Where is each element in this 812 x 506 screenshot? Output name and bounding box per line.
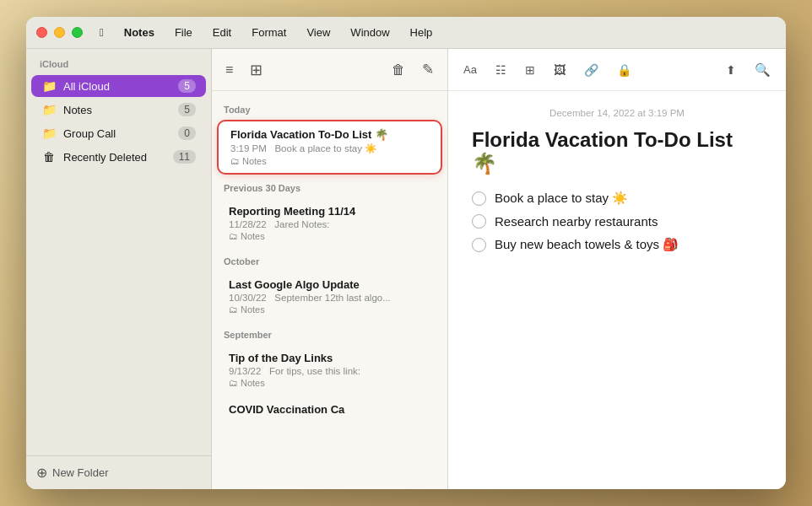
sidebar-item-label: Recently Deleted (63, 151, 166, 164)
todo-item-3: Buy new beach towels & toys 🎒 (472, 237, 762, 252)
share-tool[interactable]: ⬆ (723, 60, 739, 80)
text-format-tool[interactable]: Aa (460, 60, 480, 79)
traffic-lights (36, 27, 83, 38)
folder-icon-small: 🗂 (229, 231, 238, 241)
table-tool[interactable]: ⊞ (522, 60, 539, 80)
note-folder: 🗂 Notes (229, 231, 430, 241)
detail-toolbar: Aa ☷ ⊞ 🖼 🔗 🔒 ⬆ 🔍 (448, 49, 786, 91)
menu-format[interactable]: Format (248, 24, 290, 40)
menu-notes[interactable]: Notes (121, 24, 158, 40)
menu-file[interactable]: File (171, 24, 196, 40)
note-preview: Jared Notes: (274, 219, 329, 229)
menu-view[interactable]: View (303, 24, 333, 40)
link-tool[interactable]: 🔗 (581, 60, 602, 80)
compose-icon[interactable]: ✎ (419, 57, 437, 82)
note-preview: Book a place to stay ☀️ (274, 143, 376, 153)
sidebar-item-notes[interactable]: 📁 Notes 5 (31, 99, 206, 121)
sidebar-item-all-icloud[interactable]: 📁 All iCloud 5 (31, 75, 206, 97)
sidebar-item-label: Notes (63, 104, 171, 116)
checklist-tool[interactable]: ☷ (492, 60, 510, 80)
note-meta: 3:19 PM Book a place to stay ☀️ (230, 143, 429, 154)
lock-tool[interactable]: 🔒 (614, 60, 635, 80)
minimize-button[interactable] (54, 27, 65, 38)
todo-item-1: Book a place to stay ☀️ (472, 191, 762, 206)
note-item-tip-links[interactable]: Tip of the Day Links 9/13/22 For tips, u… (217, 345, 442, 395)
sidebar-item-count: 5 (178, 79, 196, 93)
note-list-toolbar: ≡ ⊞ 🗑 ✎ (212, 49, 447, 91)
note-item-covid[interactable]: COVID Vaccination Ca (217, 396, 442, 424)
note-folder: 🗂 Notes (230, 156, 429, 166)
sidebar-bottom: ⊕ New Folder (26, 455, 211, 489)
note-meta: 10/30/22 September 12th last algo... (229, 293, 430, 303)
sidebar-section-icloud: iCloud (26, 49, 211, 74)
note-title: COVID Vaccination Ca (229, 403, 430, 416)
sidebar: iCloud 📁 All iCloud 5 📁 Notes 5 📁 Group … (26, 49, 212, 489)
note-time: 9/13/22 (229, 366, 261, 376)
sidebar-item-count: 5 (178, 103, 196, 116)
menu-apple[interactable]:  (96, 24, 107, 40)
grid-view-icon[interactable]: ⊞ (246, 57, 266, 83)
section-header-september: September (212, 323, 447, 343)
note-item-reporting[interactable]: Reporting Meeting 11/14 11/28/22 Jared N… (217, 198, 442, 248)
folder-icon-small: 🗂 (229, 304, 238, 315)
detail-panel: Aa ☷ ⊞ 🖼 🔗 🔒 ⬆ 🔍 December 14, 2022 at 3:… (448, 49, 786, 489)
note-meta: 11/28/22 Jared Notes: (229, 219, 430, 229)
note-list-content: Today Florida Vacation To-Do List 🌴 3:19… (212, 91, 447, 489)
folder-icon-small: 🗂 (229, 378, 238, 388)
sidebar-item-count: 11 (173, 150, 196, 164)
menu-bar:  Notes File Edit Format View Window Hel… (96, 24, 436, 40)
note-title: Tip of the Day Links (229, 352, 430, 364)
note-preview: September 12th last algo... (274, 293, 390, 303)
todo-checkbox-3[interactable] (472, 238, 486, 252)
note-time: 10/30/22 (229, 293, 267, 303)
todo-text-3: Buy new beach towels & toys 🎒 (495, 237, 679, 252)
note-folder-label: Notes (242, 156, 267, 166)
note-time: 3:19 PM (230, 143, 267, 153)
new-folder-label: New Folder (52, 466, 108, 479)
plus-icon: ⊕ (36, 465, 47, 481)
menu-edit[interactable]: Edit (209, 24, 235, 40)
todo-checkbox-2[interactable] (472, 214, 486, 229)
note-meta: 9/13/22 For tips, use this link: (229, 366, 430, 376)
trash-icon[interactable]: 🗑 (388, 59, 409, 81)
note-title: Reporting Meeting 11/14 (229, 205, 430, 218)
folder-icon-small: 🗂 (230, 156, 240, 166)
folder-icon: 📁 (41, 103, 57, 116)
menu-window[interactable]: Window (347, 24, 392, 40)
note-list-panel: ≡ ⊞ 🗑 ✎ Today Florida Vacation To-Do Lis… (212, 49, 448, 489)
sidebar-item-label: All iCloud (63, 80, 171, 93)
note-title: Last Google Algo Update (229, 278, 430, 291)
note-folder-label: Notes (241, 378, 265, 388)
section-header-30days: Previous 30 Days (212, 176, 447, 196)
list-view-icon[interactable]: ≡ (222, 59, 236, 81)
note-item-florida[interactable]: Florida Vacation To-Do List 🌴 3:19 PM Bo… (217, 120, 442, 175)
detail-date: December 14, 2022 at 3:19 PM (472, 108, 762, 118)
note-folder: 🗂 Notes (229, 378, 430, 388)
menu-help[interactable]: Help (407, 24, 436, 40)
section-header-october: October (212, 250, 447, 270)
maximize-button[interactable] (72, 27, 83, 38)
sidebar-item-label: Group Call (63, 127, 171, 140)
photo-tool[interactable]: 🖼 (550, 60, 569, 80)
note-folder-label: Notes (241, 231, 265, 241)
main-content: iCloud 📁 All iCloud 5 📁 Notes 5 📁 Group … (26, 49, 786, 489)
todo-checkbox-1[interactable] (472, 191, 486, 206)
app-window:  Notes File Edit Format View Window Hel… (26, 17, 786, 489)
note-folder: 🗂 Notes (229, 304, 430, 315)
todo-text-1: Book a place to stay ☀️ (495, 191, 628, 206)
note-time: 11/28/22 (229, 219, 267, 229)
detail-title: Florida Vacation To-Do List 🌴 (472, 128, 762, 175)
trash-icon: 🗑 (41, 150, 57, 164)
detail-content: December 14, 2022 at 3:19 PM Florida Vac… (448, 91, 786, 489)
sidebar-item-group-call[interactable]: 📁 Group Call 0 (31, 122, 206, 144)
note-title: Florida Vacation To-Do List 🌴 (230, 128, 429, 141)
close-button[interactable] (36, 27, 47, 38)
sidebar-item-recently-deleted[interactable]: 🗑 Recently Deleted 11 (31, 146, 206, 168)
folder-icon: 📁 (41, 126, 57, 140)
search-tool[interactable]: 🔍 (751, 59, 774, 81)
todo-text-2: Research nearby restaurants (495, 214, 658, 229)
new-folder-button[interactable]: ⊕ New Folder (36, 465, 201, 481)
note-folder-label: Notes (241, 304, 265, 315)
titlebar:  Notes File Edit Format View Window Hel… (26, 17, 786, 49)
note-item-google-algo[interactable]: Last Google Algo Update 10/30/22 Septemb… (217, 272, 442, 321)
